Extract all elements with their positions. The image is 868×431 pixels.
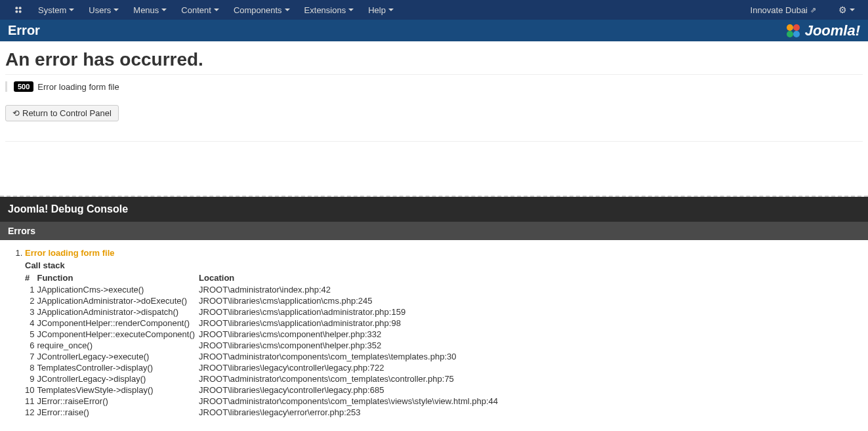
stack-location: JROOT\administrator\components\com_templ… <box>199 396 502 407</box>
nav-extensions[interactable]: Extensions <box>298 1 361 19</box>
stack-num: 6 <box>25 340 37 351</box>
col-function: Function <box>37 272 199 284</box>
nav-left: System Users Menus Content Components Ex… <box>7 1 400 19</box>
svg-point-6 <box>787 31 793 37</box>
nav-components[interactable]: Components <box>227 1 297 19</box>
stack-location: JROOT\libraries\cms\application\cms.php:… <box>199 295 502 306</box>
stack-row: 4JComponentHelper::renderComponent()JROO… <box>25 318 502 329</box>
nav-menus[interactable]: Menus <box>127 1 173 19</box>
debug-section-errors[interactable]: Errors <box>0 222 868 240</box>
stack-location: JROOT\libraries\legacy\error\error.php:2… <box>199 407 502 418</box>
nav-content[interactable]: Content <box>175 1 226 19</box>
debug-body: Error loading form file Call stack # Fun… <box>0 240 868 426</box>
stack-num: 3 <box>25 306 37 318</box>
external-link-icon: ⇗ <box>810 6 816 14</box>
svg-point-3 <box>19 10 22 13</box>
chevron-down-icon <box>348 9 354 11</box>
error-message-text: Error loading form file <box>37 82 119 92</box>
chevron-down-icon <box>850 9 855 11</box>
debug-error-link[interactable]: Error loading form file <box>25 248 115 258</box>
stack-location: JROOT\libraries\cms\application\administ… <box>199 318 502 329</box>
stack-location: JROOT\libraries\legacy\controller\legacy… <box>199 362 502 373</box>
stack-function: JControllerLegacy->execute() <box>37 351 199 362</box>
page-title: Error <box>8 23 40 38</box>
chevron-down-icon <box>214 9 219 11</box>
stack-row: 9JControllerLegacy->display()JROOT\admin… <box>25 373 502 384</box>
stack-row: 6require_once()JROOT\libraries\cms\compo… <box>25 340 502 351</box>
stack-num: 10 <box>25 384 37 396</box>
joomla-menu-icon[interactable] <box>7 1 30 19</box>
brand-text: Joomla! <box>805 22 860 39</box>
stack-num: 5 <box>25 329 37 340</box>
svg-point-5 <box>793 24 800 31</box>
chevron-down-icon <box>114 9 119 11</box>
stack-function: JControllerLegacy->display() <box>37 373 199 384</box>
joomla-logo[interactable]: Joomla! <box>785 22 860 39</box>
arrow-left-icon: ⟲ <box>12 108 20 118</box>
stack-row: 8TemplatesController->display()JROOT\lib… <box>25 362 502 373</box>
stack-location: JROOT\libraries\cms\component\helper.php… <box>199 329 502 340</box>
stack-num: 12 <box>25 407 37 418</box>
chevron-down-icon <box>161 9 167 11</box>
error-code-badge: 500 <box>14 81 33 92</box>
return-button[interactable]: ⟲ Return to Control Panel <box>5 105 119 121</box>
divider <box>5 141 863 142</box>
stack-function: TemplatesController->display() <box>37 362 199 373</box>
svg-point-7 <box>793 31 800 37</box>
site-link[interactable]: Innovate Dubai ⇗ <box>744 1 823 19</box>
svg-point-1 <box>19 7 22 9</box>
stack-num: 7 <box>25 351 37 362</box>
stack-num: 8 <box>25 362 37 373</box>
debug-error-item: Error loading form file Call stack # Fun… <box>25 248 856 418</box>
stack-function: JComponentHelper::renderComponent() <box>37 318 199 329</box>
error-heading: An error has occurred. <box>5 49 863 75</box>
stack-row: 12JError::raise()JROOT\libraries\legacy\… <box>25 407 502 418</box>
stack-num: 9 <box>25 373 37 384</box>
nav-help[interactable]: Help <box>362 1 400 19</box>
nav-users[interactable]: Users <box>82 1 125 19</box>
stack-function: JComponentHelper::executeComponent() <box>37 329 199 340</box>
stack-row: 3JApplicationAdministrator->dispatch()JR… <box>25 306 502 318</box>
joomla-icon <box>785 23 801 39</box>
stack-location: JROOT\administrator\index.php:42 <box>199 284 502 295</box>
callstack-label: Call stack <box>25 260 856 270</box>
stack-function: require_once() <box>37 340 199 351</box>
stack-location: JROOT\libraries\cms\application\administ… <box>199 306 502 318</box>
svg-point-4 <box>787 24 793 31</box>
stack-num: 1 <box>25 284 37 295</box>
debug-console-title: Joomla! Debug Console <box>0 197 868 222</box>
stack-location: JROOT\libraries\cms\component\helper.php… <box>199 340 502 351</box>
settings-menu[interactable]: ⚙ <box>832 1 861 19</box>
chevron-down-icon <box>388 9 394 11</box>
chevron-down-icon <box>285 9 290 11</box>
stack-num: 11 <box>25 396 37 407</box>
nav-system[interactable]: System <box>31 1 81 19</box>
svg-point-2 <box>15 10 18 13</box>
col-location: Location <box>199 272 502 284</box>
error-message-row: 500 Error loading form file <box>5 81 863 92</box>
stack-function: JError::raiseError() <box>37 396 199 407</box>
stack-function: JApplicationAdministrator->dispatch() <box>37 306 199 318</box>
stack-num: 4 <box>25 318 37 329</box>
stack-num: 2 <box>25 295 37 306</box>
stack-row: 7JControllerLegacy->execute()JROOT\admin… <box>25 351 502 362</box>
stack-row: 2JApplicationAdministrator->doExecute()J… <box>25 295 502 306</box>
stack-row: 10TemplatesViewStyle->display()JROOT\lib… <box>25 384 502 396</box>
svg-point-0 <box>15 7 18 9</box>
top-navbar: System Users Menus Content Components Ex… <box>0 0 868 20</box>
stack-location: JROOT\libraries\legacy\controller\legacy… <box>199 384 502 396</box>
gear-icon: ⚙ <box>838 5 847 15</box>
stack-location: JROOT\administrator\components\com_templ… <box>199 373 502 384</box>
stack-row: 5JComponentHelper::executeComponent()JRO… <box>25 329 502 340</box>
stack-function: JApplicationAdministrator->doExecute() <box>37 295 199 306</box>
stack-function: JApplicationCms->execute() <box>37 284 199 295</box>
content-area: An error has occurred. 500 Error loading… <box>0 41 868 150</box>
col-num: # <box>25 272 37 284</box>
stack-function: JError::raise() <box>37 407 199 418</box>
stack-row: 1JApplicationCms->execute()JROOT\adminis… <box>25 284 502 295</box>
callstack-table: # Function Location 1JApplicationCms->ex… <box>25 272 502 418</box>
chevron-down-icon <box>69 9 74 11</box>
stack-row: 11JError::raiseError()JROOT\administrato… <box>25 396 502 407</box>
stack-location: JROOT\administrator\components\com_templ… <box>199 351 502 362</box>
header-bar: Error Joomla! <box>0 20 868 41</box>
